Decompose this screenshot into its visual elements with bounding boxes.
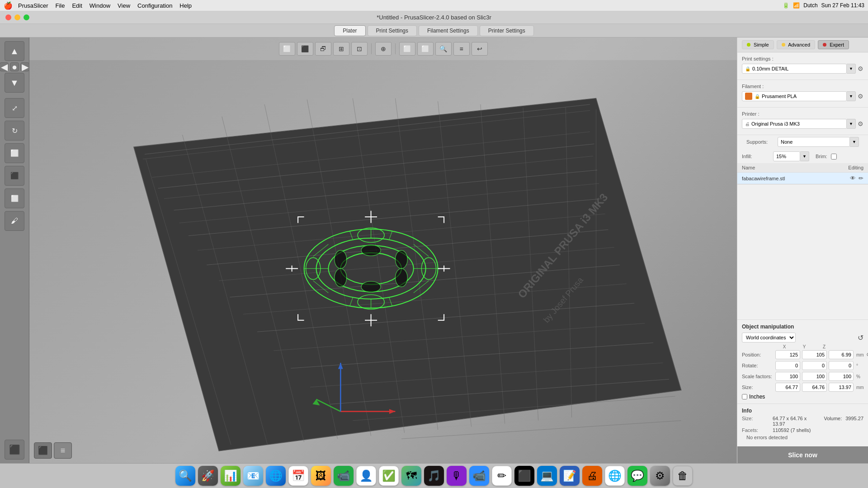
rot-x-input[interactable]	[775, 361, 800, 370]
menu-view[interactable]: View	[118, 2, 130, 9]
dock-safari[interactable]: 🌐	[266, 466, 286, 486]
supports-dropdown[interactable]: ▼	[850, 137, 859, 147]
dock-launchpad[interactable]: 🚀	[198, 466, 218, 486]
object-manipulation-section: Object manipulation World coordinates ↺ …	[737, 319, 868, 404]
tab-printer-settings[interactable]: Printer Settings	[480, 25, 534, 36]
advanced-mode-btn[interactable]: Advanced	[777, 40, 815, 49]
dock-sketch[interactable]: ✏	[492, 466, 512, 486]
simple-mode-btn[interactable]: Simple	[742, 40, 774, 49]
reset-coord-icon[interactable]: ↺	[858, 333, 863, 342]
menu-window[interactable]: Window	[90, 2, 110, 9]
3d-view-icon[interactable]: ⬛	[5, 440, 24, 460]
menu-prusaslicer[interactable]: PrusaSlicer	[18, 2, 48, 9]
dock-whatsapp[interactable]: 💬	[627, 466, 647, 486]
filament-value-wrap[interactable]: 🔒 Prusament PLA ▼	[742, 91, 856, 101]
viewport[interactable]: ⬜ ⬛ 🗗 ⊞ ⊡ ⊕ ⬜ ⬜ 🔍 ≡ ↩	[29, 38, 737, 463]
dock-word[interactable]: 📝	[560, 466, 580, 486]
scale-icon[interactable]: ⤢	[5, 98, 24, 118]
menu-file[interactable]: File	[55, 2, 65, 9]
scale-y-input[interactable]	[802, 372, 827, 381]
printer-edit-icon[interactable]: ⚙	[858, 120, 863, 127]
supports-section: Supports: None ▼	[737, 135, 868, 151]
slice-button[interactable]: Slice now	[737, 446, 868, 463]
infill-value-wrap[interactable]: 15% ▼	[773, 151, 809, 161]
dock-activity[interactable]: 📊	[221, 466, 241, 486]
dock-trash[interactable]: 🗑	[673, 466, 693, 486]
tab-filament-settings[interactable]: Filament Settings	[419, 25, 478, 36]
dock-finder[interactable]: 🔍	[175, 466, 195, 486]
coord-system-select[interactable]: World coordinates	[742, 333, 796, 343]
supports-value-wrap[interactable]: None ▼	[778, 137, 859, 147]
pos-x-input[interactable]	[775, 350, 800, 359]
position-row: Position: mm ⟳	[742, 350, 863, 359]
expert-mode-btn[interactable]: Expert	[818, 40, 849, 49]
svg-point-52	[335, 268, 347, 286]
pos-z-input[interactable]	[829, 350, 854, 359]
filament-dropdown[interactable]: ▼	[847, 91, 856, 101]
dock-terminal[interactable]: ⬛	[514, 466, 534, 486]
printer-value-wrap[interactable]: 🖨 Original Prusa i3 MK3 ▼	[742, 119, 856, 129]
obj-list-item[interactable]: fabacawireframe.stl 👁 ✏	[737, 173, 868, 184]
menu-help[interactable]: Help	[179, 2, 192, 9]
cut-icon[interactable]: ⬜	[5, 143, 24, 163]
close-button[interactable]	[5, 14, 11, 20]
dock-zoom[interactable]: 📹	[469, 466, 489, 486]
brim-checkbox[interactable]	[831, 154, 837, 160]
filament-value-row: 🔒 Prusament PLA ▼ ⚙	[742, 91, 863, 101]
dock-spotify[interactable]: 🎵	[424, 466, 444, 486]
size-z-input[interactable]	[829, 383, 854, 392]
menu-edit[interactable]: Edit	[72, 2, 82, 9]
dock-mail[interactable]: 📧	[243, 466, 263, 486]
dock-calendar[interactable]: 📅	[288, 466, 308, 486]
view-controls: ⬛ ≡	[34, 442, 72, 459]
seam-icon[interactable]: ⬜	[5, 188, 24, 208]
move-right-icon[interactable]: ▶	[20, 62, 29, 71]
pos-y-input[interactable]	[802, 350, 827, 359]
size-y-input[interactable]	[802, 383, 827, 392]
editing-column-header: Editing	[848, 165, 863, 170]
printer-value: Original Prusa i3 MK3	[751, 121, 800, 127]
layers-view-button[interactable]: ≡	[54, 442, 72, 459]
move-up-icon[interactable]: ▲	[5, 41, 24, 61]
move-left-icon[interactable]: ◀	[0, 62, 9, 71]
filament-color-swatch[interactable]	[745, 93, 752, 100]
tab-plater[interactable]: Plater	[334, 25, 365, 36]
menu-configuration[interactable]: Configuration	[137, 2, 172, 9]
traffic-lights[interactable]	[5, 14, 29, 20]
dock-maps[interactable]: 🗺	[401, 466, 421, 486]
apple-menu[interactable]: 🍎	[4, 1, 13, 10]
print-settings-edit-icon[interactable]: ⚙	[858, 65, 863, 72]
dock-reminders[interactable]: ✅	[379, 466, 399, 486]
tab-print-settings[interactable]: Print Settings	[368, 25, 417, 36]
maximize-button[interactable]	[24, 14, 29, 20]
dock-chrome[interactable]: 🌐	[605, 466, 625, 486]
scale-z-input[interactable]	[829, 372, 854, 381]
dock-contacts[interactable]: 👤	[356, 466, 376, 486]
dock-facetime[interactable]: 📹	[334, 466, 354, 486]
dock-podcasts[interactable]: 🎙	[447, 466, 467, 486]
dock-system-prefs[interactable]: ⚙	[650, 466, 670, 486]
print-settings-value-wrap[interactable]: 🔒 0.10mm DETAIL ▼	[742, 64, 856, 74]
dock-photos[interactable]: 🖼	[311, 466, 331, 486]
move-down-icon[interactable]: ▼	[5, 73, 24, 93]
rotate-icon[interactable]: ↻	[5, 121, 24, 141]
printer-label-row: Printer :	[742, 111, 863, 117]
filament-edit-icon[interactable]: ⚙	[858, 93, 863, 100]
inches-checkbox[interactable]	[742, 394, 747, 399]
minimize-button[interactable]	[14, 14, 20, 20]
move-center-icon[interactable]: ●	[10, 62, 19, 71]
print-settings-dropdown[interactable]: ▼	[847, 64, 856, 74]
3d-view-button[interactable]: ⬛	[34, 442, 52, 459]
size-x-input[interactable]	[775, 383, 800, 392]
dock-prusa[interactable]: 🖨	[582, 466, 602, 486]
printer-dropdown[interactable]: ▼	[847, 119, 856, 129]
dock-vscode[interactable]: 💻	[537, 466, 557, 486]
flatten-icon[interactable]: ⬛	[5, 166, 24, 186]
scale-x-input[interactable]	[775, 372, 800, 381]
rot-y-input[interactable]	[802, 361, 827, 370]
eye-icon[interactable]: 👁	[850, 175, 856, 182]
edit-icon[interactable]: ✏	[859, 175, 863, 182]
rot-z-input[interactable]	[829, 361, 854, 370]
support-paint-icon[interactable]: 🖌	[5, 211, 24, 231]
infill-dropdown[interactable]: ▼	[800, 151, 809, 161]
